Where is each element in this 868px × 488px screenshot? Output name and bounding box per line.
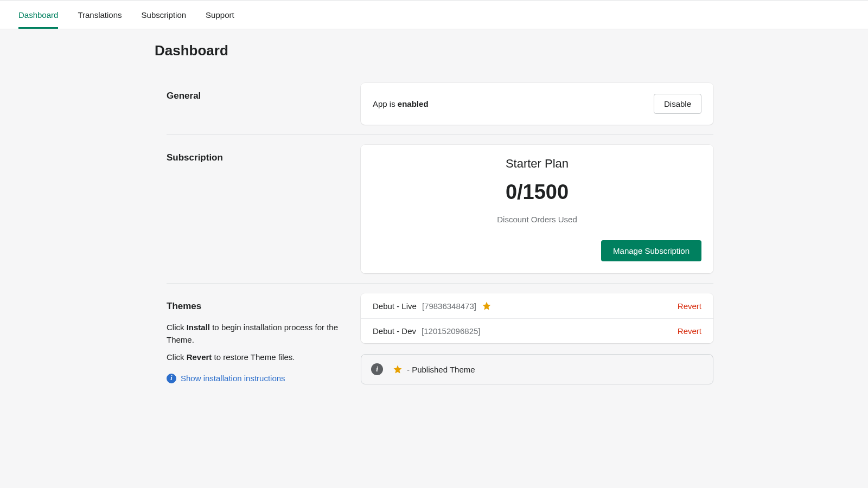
star-icon: [393, 364, 403, 374]
info-icon: i: [167, 374, 176, 383]
manage-subscription-button[interactable]: Manage Subscription: [601, 240, 701, 261]
main-tabs: Dashboard Translations Subscription Supp…: [0, 1, 868, 29]
tab-dashboard[interactable]: Dashboard: [18, 1, 58, 29]
theme-name: Debut - Live: [373, 301, 417, 311]
disable-button[interactable]: Disable: [654, 94, 701, 114]
install-hint: Click Install to begin installation proc…: [167, 322, 344, 346]
published-theme-legend: i - Published Theme: [361, 354, 713, 384]
subscription-heading: Subscription: [167, 152, 344, 163]
usage-label: Discount Orders Used: [373, 215, 701, 224]
theme-row: Debut - Live [79836348473] Revert: [361, 293, 713, 319]
themes-heading: Themes: [167, 301, 344, 312]
theme-name: Debut - Dev: [373, 326, 416, 336]
revert-button[interactable]: Revert: [678, 326, 701, 336]
tab-translations[interactable]: Translations: [78, 1, 122, 29]
subscription-card: Starter Plan 0/1500 Discount Orders Used…: [361, 145, 713, 273]
star-icon: [482, 301, 492, 311]
general-card: App is enabled Disable: [361, 83, 713, 125]
legend-text: - Published Theme: [407, 365, 475, 374]
theme-row: Debut - Dev [120152096825] Revert: [361, 319, 713, 343]
theme-id: [79836348473]: [422, 301, 476, 311]
revert-hint: Click Revert to restore Theme files.: [167, 351, 344, 364]
general-heading: General: [167, 91, 344, 101]
info-icon: i: [371, 363, 383, 375]
show-instructions-link[interactable]: i Show installation instructions: [167, 374, 285, 383]
tab-support[interactable]: Support: [206, 1, 234, 29]
theme-id: [120152096825]: [422, 326, 480, 336]
plan-name: Starter Plan: [373, 157, 701, 171]
usage-count: 0/1500: [373, 181, 701, 204]
page-title: Dashboard: [155, 42, 713, 59]
tab-subscription[interactable]: Subscription: [142, 1, 187, 29]
theme-list: Debut - Live [79836348473] Revert Debut …: [361, 293, 713, 343]
revert-button[interactable]: Revert: [678, 301, 701, 311]
app-status: App is enabled: [373, 99, 429, 108]
